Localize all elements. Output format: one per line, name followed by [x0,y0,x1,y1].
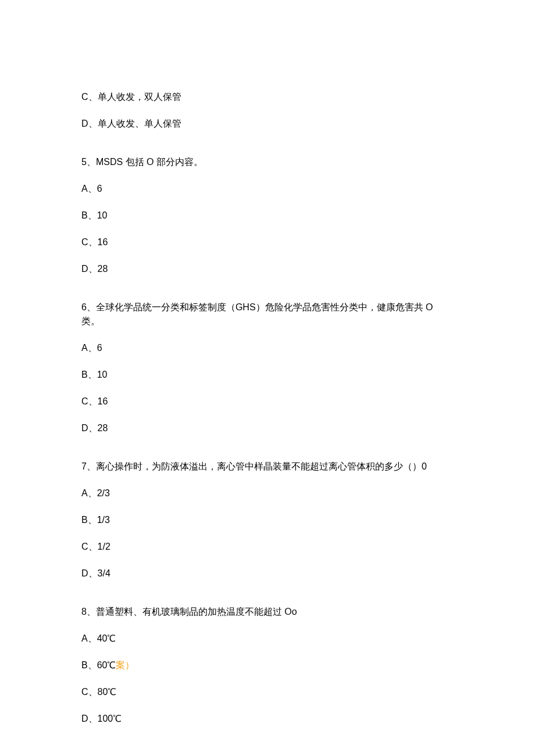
question-6-option-d: D、28 [81,421,454,435]
question-7-option-c: C、1/2 [81,540,454,554]
question-8-option-d: D、100℃ [81,712,454,726]
option-c: C、单人收发，双人保管 [81,90,454,104]
question-7-option-a: A、2/3 [81,486,454,500]
question-5-stem: 5、MSDS 包括 O 部分内容。 [81,155,454,169]
question-5-option-d: D、28 [81,262,454,276]
question-8-option-c: C、80℃ [81,685,454,699]
question-5-option-b: B、10 [81,209,454,223]
question-8-option-a: A、40℃ [81,632,454,646]
question-7-stem: 7、离心操作时，为防液体溢出，离心管中样晶装量不能超过离心管体积的多少（）0 [81,460,454,474]
question-8-option-b: B、60℃案） [81,658,454,672]
question-5-option-c: C、16 [81,235,454,249]
option-d: D、单人收发、单人保管 [81,117,454,131]
question-7-option-b: B、1/3 [81,513,454,527]
question-6-stem: 6、全球化学品统一分类和标签制度（GHS）危险化学品危害性分类中，健康危害共 O… [81,300,454,328]
question-7-option-d: D、3/4 [81,567,454,581]
answer-marker: 案） [116,660,134,670]
question-8-stem: 8、普通塑料、有机玻璃制品的加热温度不能超过 Oo [81,605,454,619]
document-page: C、单人收发，双人保管 D、单人收发、单人保管 5、MSDS 包括 O 部分内容… [0,0,535,756]
question-5-option-a: A、6 [81,182,454,196]
question-6-option-b: B、10 [81,368,454,382]
question-6-option-c: C、16 [81,395,454,409]
question-8-option-b-text: B、60℃ [81,660,116,670]
question-6-option-a: A、6 [81,341,454,355]
